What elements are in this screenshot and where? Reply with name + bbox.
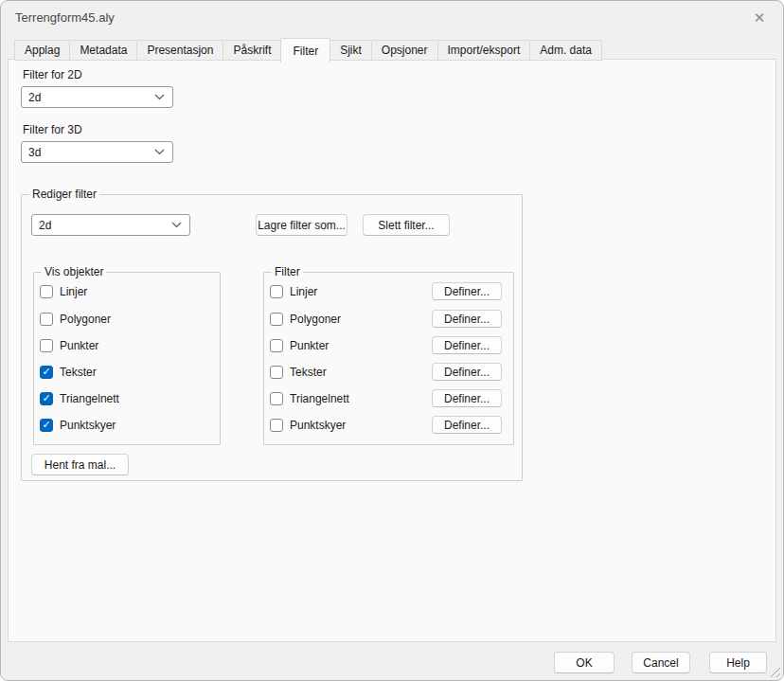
filter-3d-combobox[interactable]: 3d — [21, 141, 173, 163]
filter-group-title: Filter — [272, 265, 303, 278]
tab-paskrift[interactable]: Påskrift — [223, 40, 281, 61]
checkbox-label[interactable]: Punktskyer — [60, 419, 116, 432]
checkbox[interactable] — [40, 285, 53, 298]
checkbox[interactable] — [40, 419, 53, 432]
resize-grip-icon[interactable] — [768, 665, 780, 677]
tab-opsjoner[interactable]: Opsjoner — [371, 40, 438, 61]
filter-3d-label: Filter for 3D — [23, 123, 82, 136]
tab-adm-data[interactable]: Adm. data — [529, 40, 602, 61]
checkbox[interactable] — [270, 392, 283, 405]
checkbox-row: Triangelnett — [270, 390, 349, 406]
window-title: Terrengform45.aly — [15, 10, 115, 25]
checkbox-row: Triangelnett — [40, 390, 119, 406]
tab-applag[interactable]: Applag — [14, 40, 70, 61]
ok-button[interactable]: OK — [554, 652, 615, 673]
definer-button[interactable]: Definer... — [432, 416, 502, 434]
checkbox-label[interactable]: Triangelnett — [60, 392, 119, 405]
checkbox[interactable] — [40, 339, 53, 352]
dialog-window: Terrengform45.aly ✕ Applag Metadata Pres… — [0, 0, 784, 681]
vis-objekter-group-title: Vis objekter — [42, 265, 106, 278]
cancel-button[interactable]: Cancel — [632, 652, 690, 673]
checkbox-label[interactable]: Polygoner — [290, 313, 341, 326]
definer-button[interactable]: Definer... — [432, 389, 502, 407]
checkbox-label[interactable]: Punkter — [60, 339, 98, 352]
checkbox-row: Punkter — [270, 337, 329, 353]
filter-2d-value: 2d — [28, 91, 41, 104]
tab-filter[interactable]: Filter — [280, 38, 330, 63]
definer-button[interactable]: Definer... — [432, 282, 502, 300]
checkbox-label[interactable]: Polygoner — [60, 313, 111, 326]
checkbox[interactable] — [40, 313, 53, 326]
tab-metadata[interactable]: Metadata — [69, 40, 137, 61]
help-button[interactable]: Help — [709, 652, 767, 673]
rediger-filter-combobox[interactable]: 2d — [31, 214, 190, 236]
delete-filter-button[interactable]: Slett filter... — [363, 214, 450, 236]
checkbox-label[interactable]: Tekster — [290, 366, 327, 379]
checkbox-row: Punktskyer — [270, 417, 346, 433]
tab-sjikt[interactable]: Sjikt — [330, 40, 372, 61]
filter-3d-value: 3d — [28, 146, 41, 159]
definer-button[interactable]: Definer... — [432, 310, 502, 328]
checkbox-label[interactable]: Linjer — [290, 285, 317, 298]
checkbox[interactable] — [270, 419, 283, 432]
checkbox-row: Punktskyer — [40, 417, 116, 433]
close-icon[interactable]: ✕ — [750, 9, 769, 27]
filter-2d-combobox[interactable]: 2d — [21, 86, 173, 108]
checkbox-label[interactable]: Triangelnett — [290, 392, 349, 405]
filter-tab-page: Filter for 2D 2d Filter for 3D 3d Redige… — [8, 59, 776, 642]
checkbox-row: Polygoner — [270, 311, 341, 327]
checkbox-label[interactable]: Linjer — [60, 285, 87, 298]
checkbox-label[interactable]: Punktskyer — [290, 419, 346, 432]
hent-fra-mal-button[interactable]: Hent fra mal... — [31, 454, 129, 475]
checkbox[interactable] — [270, 339, 283, 352]
rediger-filter-value: 2d — [39, 219, 51, 232]
chevron-down-icon — [154, 149, 165, 155]
title-bar: Terrengform45.aly ✕ — [1, 1, 783, 36]
checkbox[interactable] — [270, 313, 283, 326]
filter-group: Filter Linjer Definer... Polygoner Defin… — [263, 272, 514, 445]
checkbox-row: Tekster — [270, 364, 327, 380]
chevron-down-icon — [171, 222, 182, 228]
definer-button[interactable]: Definer... — [432, 363, 502, 381]
checkbox[interactable] — [270, 366, 283, 379]
tab-import-eksport[interactable]: Import/eksport — [437, 40, 531, 61]
vis-objekter-group: Vis objekter Linjer Polygoner Punkter Te… — [33, 272, 221, 445]
checkbox[interactable] — [270, 285, 283, 298]
filter-2d-label: Filter for 2D — [23, 68, 82, 81]
checkbox-label[interactable]: Tekster — [60, 366, 97, 379]
tab-presentasjon[interactable]: Presentasjon — [136, 40, 223, 61]
rediger-filter-group: Rediger filter 2d Lagre filter som... Sl… — [21, 194, 523, 481]
dialog-footer: OK Cancel Help — [1, 644, 783, 680]
save-filter-button[interactable]: Lagre filter som... — [256, 214, 347, 236]
checkbox-row: Tekster — [40, 364, 97, 380]
checkbox-row: Polygoner — [40, 311, 111, 327]
rediger-filter-group-title: Rediger filter — [29, 188, 99, 201]
checkbox[interactable] — [40, 366, 53, 379]
checkbox-row: Linjer — [40, 283, 87, 299]
definer-button[interactable]: Definer... — [432, 336, 502, 354]
tab-strip: Applag Metadata Presentasjon Påskrift Fi… — [14, 38, 601, 61]
checkbox-label[interactable]: Punkter — [290, 339, 329, 352]
checkbox-row: Linjer — [270, 283, 317, 299]
checkbox[interactable] — [40, 392, 53, 405]
checkbox-row: Punkter — [40, 337, 98, 353]
chevron-down-icon — [154, 94, 165, 100]
